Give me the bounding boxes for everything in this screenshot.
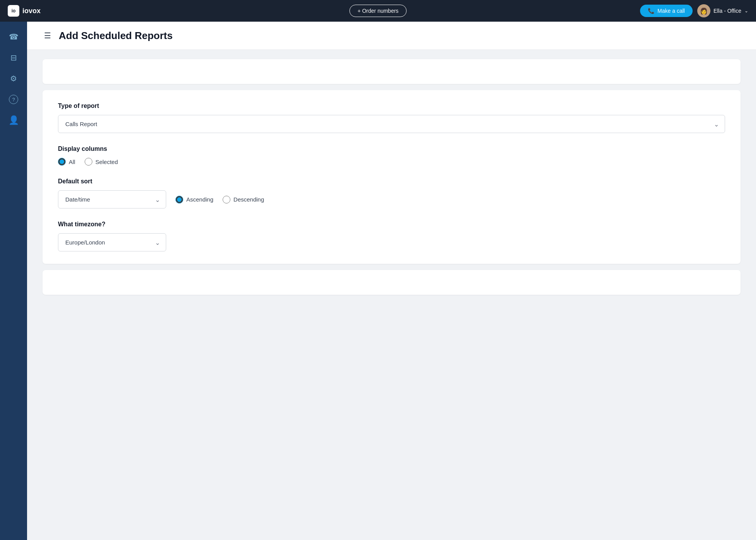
sidebar-item-settings[interactable]: ⚙ — [5, 70, 22, 87]
form-card: Type of report Calls Report Summary Repo… — [43, 90, 741, 264]
logo-text: iovox — [22, 7, 41, 15]
timezone-section: What timezone? Europe/London UTC America… — [58, 221, 725, 251]
page-header: ☰ Add Scheduled Reports — [27, 22, 756, 50]
sort-row: Date/time Duration Call ID ⌄ Ascending — [58, 190, 725, 208]
type-of-report-select-wrapper: Calls Report Summary Report Agent Report… — [58, 115, 725, 133]
default-sort-section: Default sort Date/time Duration Call ID … — [58, 178, 725, 208]
make-call-button[interactable]: Make a call — [640, 5, 693, 17]
reports-icon: ⊟ — [10, 53, 17, 62]
sidebar: ☎ ⊟ ⚙ ? 👤 — [0, 22, 27, 540]
display-columns-all-label: All — [69, 159, 75, 165]
display-columns-selected-option[interactable]: Selected — [85, 158, 118, 166]
display-columns-radio-group: All Selected — [58, 158, 725, 166]
display-columns-selected-label: Selected — [95, 159, 118, 165]
type-of-report-select[interactable]: Calls Report Summary Report Agent Report — [58, 115, 725, 133]
timezone-label: What timezone? — [58, 221, 725, 228]
phone-icon — [648, 8, 654, 14]
make-call-label: Make a call — [657, 8, 685, 14]
display-columns-selected-radio[interactable] — [85, 158, 92, 166]
content-area: Type of report Calls Report Summary Repo… — [27, 50, 756, 304]
display-columns-section: Display columns All Selected — [58, 145, 725, 166]
page-title: Add Scheduled Reports — [59, 30, 173, 42]
app-body: ☎ ⊟ ⚙ ? 👤 ☰ Add Scheduled Reports — [0, 22, 756, 540]
type-of-report-label: Type of report — [58, 103, 725, 109]
type-of-report-section: Type of report Calls Report Summary Repo… — [58, 103, 725, 133]
top-navigation: io iovox + Order numbers Make a call 👩 E… — [0, 0, 756, 22]
sort-field-select[interactable]: Date/time Duration Call ID — [58, 190, 166, 208]
ascending-label: Ascending — [186, 196, 213, 203]
sort-order-radio-group: Ascending Descending — [175, 196, 264, 203]
chevron-down-icon: ⌄ — [744, 8, 748, 14]
descending-option[interactable]: Descending — [223, 196, 264, 203]
ascending-radio[interactable] — [175, 196, 183, 203]
avatar: 👩 — [697, 4, 710, 17]
phone-icon: ☎ — [9, 32, 19, 41]
hamburger-button[interactable]: ☰ — [43, 29, 53, 42]
descending-radio[interactable] — [223, 196, 230, 203]
logo-icon: io — [8, 5, 19, 17]
user-name: Ella - Office — [713, 8, 741, 14]
topnav-right: Make a call 👩 Ella - Office ⌄ — [506, 4, 748, 17]
help-icon: ? — [9, 95, 18, 104]
descending-label: Descending — [233, 196, 264, 203]
profile-icon: 👤 — [9, 115, 19, 125]
timezone-select[interactable]: Europe/London UTC America/New_York Ameri… — [58, 233, 166, 251]
sidebar-item-reports[interactable]: ⊟ — [5, 49, 22, 67]
card-top — [43, 59, 741, 84]
gear-icon: ⚙ — [10, 74, 17, 83]
timezone-select-wrapper: Europe/London UTC America/New_York Ameri… — [58, 233, 166, 251]
logo: io iovox — [8, 5, 250, 17]
sidebar-item-help[interactable]: ? — [5, 91, 22, 108]
order-numbers-button[interactable]: + Order numbers — [349, 5, 407, 17]
main-content: ☰ Add Scheduled Reports Type of report C… — [27, 22, 756, 540]
topnav-center: + Order numbers — [257, 5, 499, 17]
ascending-option[interactable]: Ascending — [175, 196, 213, 203]
default-sort-label: Default sort — [58, 178, 725, 185]
card-bottom — [43, 270, 741, 295]
sidebar-item-phone[interactable]: ☎ — [5, 28, 22, 46]
display-columns-all-option[interactable]: All — [58, 158, 75, 166]
display-columns-all-radio[interactable] — [58, 158, 66, 166]
display-columns-label: Display columns — [58, 145, 725, 152]
sort-select-wrapper: Date/time Duration Call ID ⌄ — [58, 190, 166, 208]
sidebar-item-profile[interactable]: 👤 — [5, 111, 22, 129]
user-menu[interactable]: 👩 Ella - Office ⌄ — [697, 4, 748, 17]
